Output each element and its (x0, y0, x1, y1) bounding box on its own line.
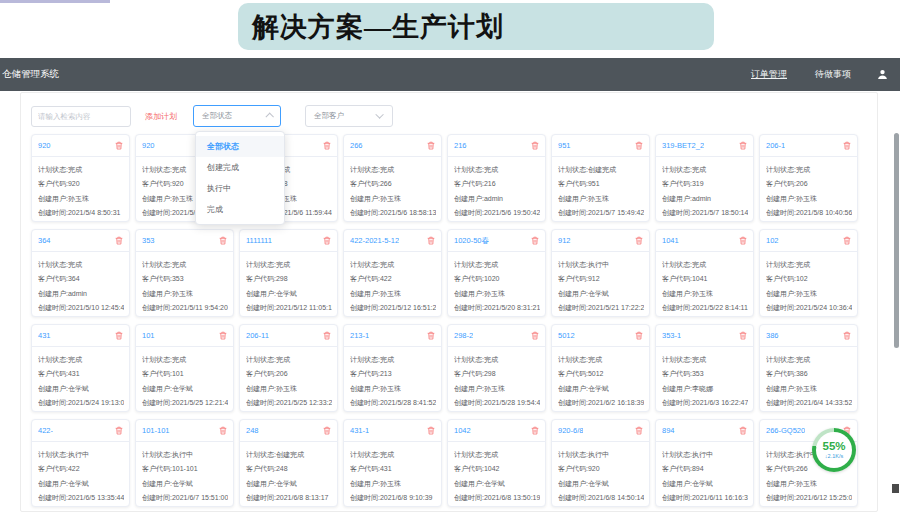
plan-title-link[interactable]: 386 (766, 331, 779, 340)
customer-code-line: 客户代码:213 (350, 367, 436, 381)
delete-icon[interactable] (219, 426, 227, 435)
delete-icon[interactable] (531, 236, 539, 245)
plan-title-link[interactable]: 248 (246, 426, 259, 435)
scrollbar-thumb[interactable] (894, 133, 899, 348)
search-input[interactable] (31, 106, 131, 127)
plan-card-header: 353-1 (656, 325, 753, 347)
plan-title-link[interactable]: 920-6/8 (558, 426, 583, 435)
plan-title-link[interactable]: 266 (350, 141, 363, 150)
delete-icon[interactable] (323, 331, 331, 340)
delete-icon[interactable] (115, 331, 123, 340)
plan-status-line: 计划状态:完成 (38, 163, 124, 177)
created-time-line: 创建时间:2021/5/7 15:49:42 (558, 206, 644, 220)
plan-title-link[interactable]: 912 (558, 236, 571, 245)
status-option[interactable]: 创建完成 (196, 157, 284, 178)
content-panel: 添加计划 全部状态 全部客户 920 计划状态:完成 客户代码:920 创建用户… (20, 92, 878, 512)
created-user-line: 创建用户:仓学斌 (454, 477, 540, 491)
delete-icon[interactable] (531, 331, 539, 340)
delete-icon[interactable] (843, 141, 851, 150)
plan-title-link[interactable]: 1020-50春 (454, 236, 489, 246)
plan-title-link[interactable]: 206-11 (246, 331, 269, 340)
delete-icon[interactable] (739, 426, 747, 435)
delete-icon[interactable] (635, 426, 643, 435)
created-time-line: 创建时间:2021/5/28 19:54:43 (454, 396, 540, 410)
created-user-line: 创建用户:孙玉珠 (454, 382, 540, 396)
created-time-line: 创建时间:2021/6/8 8:13:17 (246, 491, 332, 505)
status-option[interactable]: 全部状态 (196, 136, 284, 157)
delete-icon[interactable] (843, 331, 851, 340)
plan-status-line: 计划状态:执行中 (38, 448, 124, 462)
plan-card-body: 计划状态:完成 客户代码:101 创建用户:仓学斌 创建时间:2021/5/25… (136, 347, 233, 410)
plan-card: 920-6/8 计划状态:执行中 客户代码:920 创建用户:仓学斌 创建时间:… (551, 419, 650, 507)
delete-icon[interactable] (323, 141, 331, 150)
delete-icon[interactable] (531, 426, 539, 435)
delete-icon[interactable] (427, 141, 435, 150)
customer-code-line: 客户代码:206 (246, 367, 332, 381)
status-option[interactable]: 执行中 (196, 178, 284, 199)
plan-title-link[interactable]: 353 (142, 236, 155, 245)
delete-icon[interactable] (115, 236, 123, 245)
plan-title-link[interactable]: 213-1 (350, 331, 369, 340)
plan-title-link[interactable]: 364 (38, 236, 51, 245)
delete-icon[interactable] (427, 236, 435, 245)
plan-card: 101-101 计划状态:执行中 客户代码:101-101 创建用户:仓学斌 创… (135, 419, 234, 507)
nav-order-management[interactable]: 订单管理 (751, 68, 787, 81)
plan-title-link[interactable]: 5012 (558, 331, 575, 340)
plan-title-link[interactable]: 353-1 (662, 331, 681, 340)
plan-title-link[interactable]: 1111111 (246, 236, 272, 245)
plan-card-header: 248 (240, 420, 337, 442)
plan-title-link[interactable]: 266-GQ520 (766, 426, 805, 435)
delete-icon[interactable] (635, 331, 643, 340)
delete-icon[interactable] (739, 236, 747, 245)
delete-icon[interactable] (739, 331, 747, 340)
delete-icon[interactable] (531, 141, 539, 150)
plan-card-body: 计划状态:完成 客户代码:213 创建用户:孙玉珠 创建时间:2021/5/28… (344, 347, 441, 410)
delete-icon[interactable] (427, 426, 435, 435)
add-plan-button[interactable]: 添加计划 (145, 111, 177, 122)
delete-icon[interactable] (219, 236, 227, 245)
chevron-down-icon (375, 110, 383, 118)
status-select[interactable]: 全部状态 (193, 105, 281, 127)
customer-code-line: 客户代码:206 (766, 177, 852, 191)
customer-code-line: 客户代码:920 (38, 177, 124, 191)
delete-icon[interactable] (219, 331, 227, 340)
plan-title-link[interactable]: 102 (766, 236, 779, 245)
plan-status-line: 计划状态:完成 (38, 353, 124, 367)
delete-icon[interactable] (427, 331, 435, 340)
plan-title-link[interactable]: 1042 (454, 426, 471, 435)
person-icon[interactable] (877, 69, 888, 80)
plan-title-link[interactable]: 920 (142, 141, 155, 150)
plan-title-link[interactable]: 101-101 (142, 426, 170, 435)
delete-icon[interactable] (635, 236, 643, 245)
plan-card-header: 216 (448, 135, 545, 157)
plan-title-link[interactable]: 422- (38, 426, 53, 435)
plan-title-link[interactable]: 422-2021-5-12 (350, 236, 399, 245)
plan-title-link[interactable]: 920 (38, 141, 51, 150)
plan-title-link[interactable]: 101 (142, 331, 155, 340)
customer-code-line: 客户代码:894 (662, 462, 748, 476)
created-user-line: 创建用户:孙玉珠 (766, 382, 852, 396)
nav-todo-items[interactable]: 待做事项 (815, 68, 851, 81)
scrollbar-dot[interactable] (892, 484, 899, 493)
plan-title-link[interactable]: 206-1 (766, 141, 785, 150)
delete-icon[interactable] (323, 236, 331, 245)
plan-title-link[interactable]: 431-1 (350, 426, 369, 435)
delete-icon[interactable] (739, 141, 747, 150)
delete-icon[interactable] (323, 426, 331, 435)
delete-icon[interactable] (115, 141, 123, 150)
delete-icon[interactable] (843, 236, 851, 245)
plan-title-link[interactable]: 298-2 (454, 331, 473, 340)
plan-title-link[interactable]: 1041 (662, 236, 679, 245)
delete-icon[interactable] (635, 141, 643, 150)
customer-select[interactable]: 全部客户 (305, 105, 393, 127)
plan-title-link[interactable]: 431 (38, 331, 51, 340)
status-option[interactable]: 完成 (196, 199, 284, 220)
plan-title-link[interactable]: 319-BET2_2 (662, 141, 704, 150)
plan-title-link[interactable]: 894 (662, 426, 675, 435)
delete-icon[interactable] (115, 426, 123, 435)
created-time-line: 创建时间:2021/5/7 18:50:14 (662, 206, 748, 220)
created-time-line: 创建时间:2021/6/4 14:33:52 (766, 396, 852, 410)
plan-title-link[interactable]: 951 (558, 141, 571, 150)
plan-title-link[interactable]: 216 (454, 141, 467, 150)
plan-status-line: 计划状态:执行中 (142, 448, 228, 462)
